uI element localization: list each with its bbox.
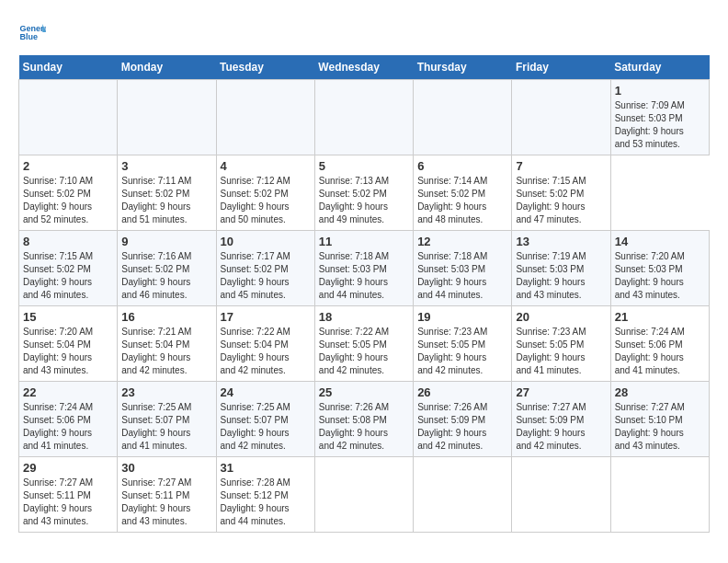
calendar-day: 5Sunrise: 7:13 AMSunset: 5:02 PMDaylight… [314,155,413,231]
calendar-day: 22Sunrise: 7:24 AMSunset: 5:06 PMDayligh… [19,382,118,457]
calendar-day: 7Sunrise: 7:15 AMSunset: 5:02 PMDaylight… [512,155,610,231]
calendar-day: 15Sunrise: 7:20 AMSunset: 5:04 PMDayligh… [19,306,118,382]
calendar-week: 29Sunrise: 7:27 AMSunset: 5:11 PMDayligh… [19,457,710,533]
logo-icon: General Blue [18,18,46,46]
calendar-day: 12Sunrise: 7:18 AMSunset: 5:03 PMDayligh… [414,231,512,306]
day-header-wednesday: Wednesday [314,55,413,80]
day-header-thursday: Thursday [414,55,512,80]
calendar-week: 15Sunrise: 7:20 AMSunset: 5:04 PMDayligh… [19,306,710,382]
calendar-day [314,457,413,533]
calendar-day: 20Sunrise: 7:23 AMSunset: 5:05 PMDayligh… [512,306,610,382]
calendar-table: SundayMondayTuesdayWednesdayThursdayFrid… [18,55,710,533]
day-header-saturday: Saturday [610,55,709,80]
calendar-day: 17Sunrise: 7:22 AMSunset: 5:04 PMDayligh… [216,306,314,382]
calendar-day: 30Sunrise: 7:27 AMSunset: 5:11 PMDayligh… [118,457,216,533]
calendar-day: 4Sunrise: 7:12 AMSunset: 5:02 PMDaylight… [216,155,314,231]
day-header-monday: Monday [118,55,216,80]
day-header-tuesday: Tuesday [216,55,314,80]
calendar-day: 26Sunrise: 7:26 AMSunset: 5:09 PMDayligh… [414,382,512,457]
calendar-day: 25Sunrise: 7:26 AMSunset: 5:08 PMDayligh… [314,382,413,457]
calendar-day: 9Sunrise: 7:16 AMSunset: 5:02 PMDaylight… [118,231,216,306]
calendar-day: 19Sunrise: 7:23 AMSunset: 5:05 PMDayligh… [414,306,512,382]
calendar-day: 31Sunrise: 7:28 AMSunset: 5:12 PMDayligh… [216,457,314,533]
calendar-day: 23Sunrise: 7:25 AMSunset: 5:07 PMDayligh… [118,382,216,457]
calendar-week: 1Sunrise: 7:09 AMSunset: 5:03 PMDaylight… [19,80,710,155]
calendar-day: 10Sunrise: 7:17 AMSunset: 5:02 PMDayligh… [216,231,314,306]
calendar-day: 29Sunrise: 7:27 AMSunset: 5:11 PMDayligh… [19,457,118,533]
empty-cell [414,80,512,155]
calendar-day: 6Sunrise: 7:14 AMSunset: 5:02 PMDaylight… [414,155,512,231]
calendar-day: 18Sunrise: 7:22 AMSunset: 5:05 PMDayligh… [314,306,413,382]
calendar-day: 28Sunrise: 7:27 AMSunset: 5:10 PMDayligh… [610,382,709,457]
logo: General Blue [18,18,50,46]
calendar-week: 8Sunrise: 7:15 AMSunset: 5:02 PMDaylight… [19,231,710,306]
calendar-week: 2Sunrise: 7:10 AMSunset: 5:02 PMDaylight… [19,155,710,231]
empty-cell [216,80,314,155]
calendar-day: 8Sunrise: 7:15 AMSunset: 5:02 PMDaylight… [19,231,118,306]
calendar-day: 13Sunrise: 7:19 AMSunset: 5:03 PMDayligh… [512,231,610,306]
page-header: General Blue [18,18,710,46]
calendar-day: 27Sunrise: 7:27 AMSunset: 5:09 PMDayligh… [512,382,610,457]
calendar-day: 11Sunrise: 7:18 AMSunset: 5:03 PMDayligh… [314,231,413,306]
calendar-header: SundayMondayTuesdayWednesdayThursdayFrid… [19,55,710,80]
calendar-day [414,457,512,533]
empty-cell [19,80,118,155]
calendar-day: 1Sunrise: 7:09 AMSunset: 5:03 PMDaylight… [610,80,709,155]
empty-cell [118,80,216,155]
calendar-day: 2Sunrise: 7:10 AMSunset: 5:02 PMDaylight… [19,155,118,231]
day-header-friday: Friday [512,55,610,80]
calendar-day [610,457,709,533]
calendar-day [512,457,610,533]
calendar-week: 22Sunrise: 7:24 AMSunset: 5:06 PMDayligh… [19,382,710,457]
empty-cell [512,80,610,155]
header-row: SundayMondayTuesdayWednesdayThursdayFrid… [19,55,710,80]
calendar-day: 24Sunrise: 7:25 AMSunset: 5:07 PMDayligh… [216,382,314,457]
calendar-day: 3Sunrise: 7:11 AMSunset: 5:02 PMDaylight… [118,155,216,231]
day-header-sunday: Sunday [19,55,118,80]
empty-cell [314,80,413,155]
calendar-day: 14Sunrise: 7:20 AMSunset: 5:03 PMDayligh… [610,231,709,306]
calendar-body: 1Sunrise: 7:09 AMSunset: 5:03 PMDaylight… [19,80,710,533]
calendar-day: 21Sunrise: 7:24 AMSunset: 5:06 PMDayligh… [610,306,709,382]
calendar-day: 16Sunrise: 7:21 AMSunset: 5:04 PMDayligh… [118,306,216,382]
svg-text:Blue: Blue [20,32,39,41]
